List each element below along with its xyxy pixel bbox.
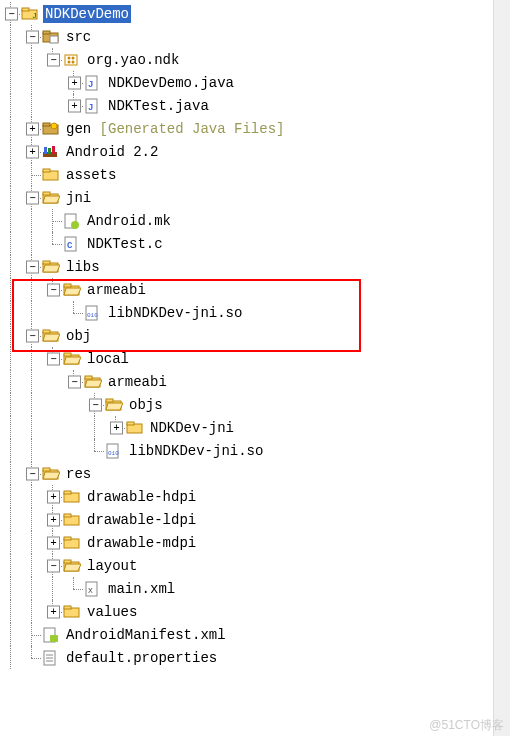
- folder-icon: [63, 535, 81, 551]
- expand-toggle[interactable]: +: [47, 490, 60, 503]
- svg-point-8: [72, 56, 75, 59]
- tree-label: libNDKDev-jni.so: [127, 442, 265, 460]
- svg-marker-41: [43, 334, 60, 341]
- svg-text:J: J: [88, 80, 93, 90]
- library-icon: [42, 144, 60, 160]
- expand-toggle[interactable]: +: [68, 99, 81, 112]
- tree-label: obj: [64, 327, 93, 345]
- svg-rect-25: [43, 192, 50, 195]
- svg-rect-16: [43, 123, 50, 126]
- collapse-toggle[interactable]: −: [47, 559, 60, 572]
- svg-marker-36: [64, 288, 81, 295]
- collapse-toggle[interactable]: −: [47, 53, 60, 66]
- tree-row-c-file[interactable]: C NDKTest.c: [0, 232, 510, 255]
- expand-toggle[interactable]: +: [26, 122, 39, 135]
- xml-file-icon: X: [84, 581, 102, 597]
- tree-label: drawable-ldpi: [85, 511, 198, 529]
- tree-row-armeabi[interactable]: − armeabi: [0, 278, 510, 301]
- expand-toggle[interactable]: +: [26, 145, 39, 158]
- expand-toggle[interactable]: +: [110, 421, 123, 434]
- folder-open-icon: [63, 351, 81, 367]
- tree-row-drawable-mdpi[interactable]: + drawable-mdpi: [0, 531, 510, 554]
- tree-row-objs[interactable]: − objs: [0, 393, 510, 416]
- collapse-toggle[interactable]: −: [89, 398, 102, 411]
- tree-row-android-lib[interactable]: + Android 2.2: [0, 140, 510, 163]
- source-folder-icon: [42, 29, 60, 45]
- tree-label: local: [85, 350, 131, 368]
- svg-point-9: [68, 60, 71, 63]
- tree-row-values[interactable]: + values: [0, 600, 510, 623]
- tree-label: NDKDevDemo.java: [106, 74, 236, 92]
- tree-row-drawable-ldpi[interactable]: + drawable-ldpi: [0, 508, 510, 531]
- makefile-icon: [63, 213, 81, 229]
- svg-text:C: C: [67, 241, 73, 251]
- c-file-icon: C: [63, 236, 81, 252]
- project-tree: − J NDKDevDemo − src − org.yao.ndk + J N…: [0, 2, 510, 669]
- tree-row-java-file[interactable]: + J NDKTest.java: [0, 94, 510, 117]
- svg-rect-43: [64, 353, 71, 356]
- expand-toggle[interactable]: +: [47, 605, 60, 618]
- tree-label: layout: [85, 557, 139, 575]
- tree-row-obj[interactable]: − obj: [0, 324, 510, 347]
- folder-icon: [126, 420, 144, 436]
- tree-label: jni: [64, 189, 93, 207]
- tree-row-main-xml[interactable]: X main.xml: [0, 577, 510, 600]
- svg-rect-5: [50, 36, 58, 43]
- collapse-toggle[interactable]: −: [26, 467, 39, 480]
- svg-rect-56: [43, 468, 50, 471]
- svg-rect-65: [64, 560, 71, 563]
- svg-marker-47: [85, 380, 102, 387]
- svg-rect-70: [64, 606, 71, 609]
- scrollbar[interactable]: [493, 0, 510, 736]
- tree-label: assets: [64, 166, 118, 184]
- tree-row-res[interactable]: − res: [0, 462, 510, 485]
- svg-rect-46: [85, 376, 92, 379]
- folder-open-icon: [84, 374, 102, 390]
- svg-rect-52: [127, 422, 134, 425]
- svg-point-7: [68, 56, 71, 59]
- tree-label: values: [85, 603, 139, 621]
- project-folder-icon: J: [21, 6, 39, 22]
- tree-row-package[interactable]: − org.yao.ndk: [0, 48, 510, 71]
- svg-text:010: 010: [108, 450, 119, 457]
- collapse-toggle[interactable]: −: [47, 283, 60, 296]
- tree-label: libNDKDev-jni.so: [106, 304, 244, 322]
- tree-row-so-file2[interactable]: 010 libNDKDev-jni.so: [0, 439, 510, 462]
- svg-marker-44: [64, 357, 81, 364]
- tree-row-layout[interactable]: − layout: [0, 554, 510, 577]
- folder-open-icon: [42, 190, 60, 206]
- expand-toggle[interactable]: +: [68, 76, 81, 89]
- tree-row-assets[interactable]: assets: [0, 163, 510, 186]
- svg-rect-21: [52, 146, 55, 154]
- tree-row-libs[interactable]: − libs: [0, 255, 510, 278]
- tree-row-ndkdev-jni[interactable]: + NDKDev-jni: [0, 416, 510, 439]
- svg-rect-1: [22, 8, 29, 11]
- tree-row-manifest[interactable]: AndroidManifest.xml: [0, 623, 510, 646]
- tree-row-root[interactable]: − J NDKDevDemo: [0, 2, 510, 25]
- folder-open-icon: [42, 259, 60, 275]
- collapse-toggle[interactable]: −: [26, 30, 39, 43]
- svg-rect-35: [64, 284, 71, 287]
- collapse-toggle[interactable]: −: [26, 260, 39, 273]
- tree-row-default-props[interactable]: default.properties: [0, 646, 510, 669]
- collapse-toggle[interactable]: −: [5, 7, 18, 20]
- tree-label: Android.mk: [85, 212, 173, 230]
- expand-toggle[interactable]: +: [47, 536, 60, 549]
- tree-row-java-file[interactable]: + J NDKDevDemo.java: [0, 71, 510, 94]
- tree-row-local[interactable]: − local: [0, 347, 510, 370]
- collapse-toggle[interactable]: −: [26, 329, 39, 342]
- collapse-toggle[interactable]: −: [47, 352, 60, 365]
- tree-row-src[interactable]: − src: [0, 25, 510, 48]
- folder-icon: [63, 512, 81, 528]
- tree-row-drawable-hdpi[interactable]: + drawable-hdpi: [0, 485, 510, 508]
- svg-rect-61: [64, 514, 71, 517]
- tree-row-jni[interactable]: − jni: [0, 186, 510, 209]
- tree-row-armeabi2[interactable]: − armeabi: [0, 370, 510, 393]
- tree-row-makefile[interactable]: Android.mk: [0, 209, 510, 232]
- collapse-toggle[interactable]: −: [68, 375, 81, 388]
- tree-row-gen[interactable]: + gen [Generated Java Files]: [0, 117, 510, 140]
- tree-row-so-file[interactable]: 010 libNDKDev-jni.so: [0, 301, 510, 324]
- collapse-toggle[interactable]: −: [26, 191, 39, 204]
- package-icon: [63, 52, 81, 68]
- expand-toggle[interactable]: +: [47, 513, 60, 526]
